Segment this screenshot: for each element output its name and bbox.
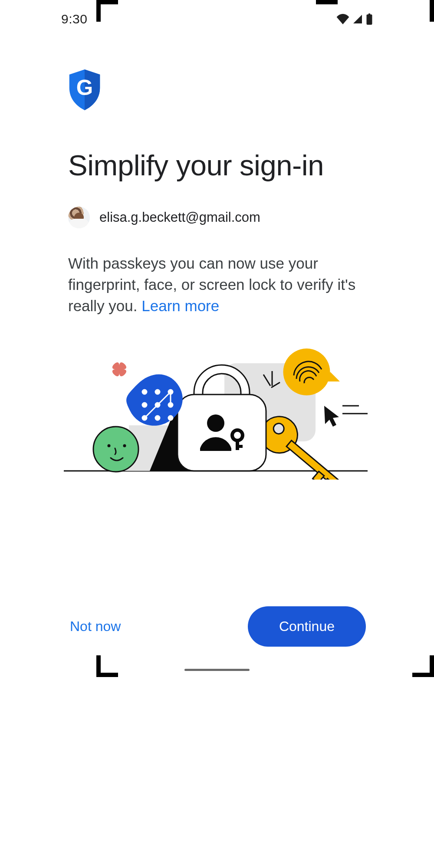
home-indicator[interactable] — [184, 669, 250, 671]
avatar — [68, 207, 90, 228]
svg-rect-24 — [236, 445, 243, 448]
google-shield-icon: G — [68, 69, 101, 110]
body-text: With passkeys you can now use your finge… — [68, 253, 366, 316]
page-title: Simplify your sign-in — [68, 149, 366, 181]
svg-rect-20 — [178, 395, 266, 471]
decorative-cross-icon — [112, 362, 126, 376]
status-bar: 9:30 — [61, 10, 373, 28]
svg-rect-0 — [367, 14, 372, 25]
fingerprint-icon — [283, 349, 340, 395]
account-email: elisa.g.beckett@gmail.com — [99, 210, 260, 225]
passkey-illustration — [64, 341, 368, 480]
svg-point-21 — [207, 414, 224, 432]
svg-text:G: G — [76, 76, 93, 99]
svg-point-39 — [123, 444, 126, 447]
status-icons — [336, 13, 373, 25]
lock-icon — [178, 395, 266, 471]
svg-rect-23 — [236, 439, 239, 450]
status-time: 9:30 — [61, 12, 87, 26]
svg-rect-1 — [368, 13, 370, 15]
svg-point-28 — [142, 403, 147, 407]
continue-button[interactable]: Continue — [248, 606, 366, 647]
account-row[interactable]: elisa.g.beckett@gmail.com — [68, 207, 366, 228]
svg-point-32 — [155, 416, 160, 420]
not-now-button[interactable]: Not now — [68, 614, 122, 639]
svg-point-26 — [155, 390, 160, 394]
svg-rect-17 — [286, 441, 338, 480]
cellular-signal-icon — [352, 14, 363, 24]
face-icon — [93, 427, 138, 472]
wifi-icon — [336, 14, 349, 24]
learn-more-link[interactable]: Learn more — [141, 297, 219, 314]
battery-icon — [366, 13, 373, 25]
svg-point-25 — [142, 390, 147, 394]
svg-point-38 — [108, 444, 111, 447]
cursor-icon — [324, 406, 368, 427]
svg-point-33 — [168, 416, 173, 420]
device-corner — [430, 655, 434, 677]
device-corner — [430, 0, 434, 22]
